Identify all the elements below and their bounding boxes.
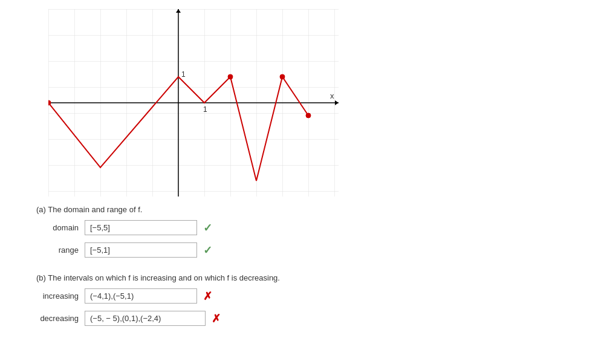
graph-svg: x 1 1 [48,9,339,197]
section-a-label: (a) The domain and range of f. [36,205,574,214]
svg-text:1: 1 [181,70,186,79]
main-container: x 1 1 (a) The domain and range of f. dom… [0,0,610,339]
decreasing-input[interactable] [85,311,206,326]
domain-row: domain ✓ [36,220,574,235]
svg-point-11 [306,113,311,118]
svg-point-8 [48,100,51,105]
domain-input[interactable] [85,220,197,235]
range-label: range [36,245,79,255]
domain-check-icon: ✓ [203,221,212,235]
svg-text:x: x [330,91,334,100]
increasing-cross-icon: ✗ [203,290,212,303]
range-row: range ✓ [36,242,574,258]
decreasing-label: decreasing [36,314,79,323]
domain-label: domain [36,223,79,232]
section-b-label: (b) The intervals on which f is increasi… [36,273,574,282]
range-check-icon: ✓ [203,244,212,257]
svg-point-9 [228,74,233,79]
svg-point-10 [280,74,285,79]
range-input[interactable] [85,242,197,258]
graph-area: x 1 1 [48,9,339,197]
increasing-label: increasing [36,291,79,301]
increasing-row: increasing ✗ [36,288,574,304]
svg-text:1: 1 [203,105,207,114]
decreasing-cross-icon: ✗ [212,312,221,325]
decreasing-row: decreasing ✗ [36,311,574,326]
increasing-input[interactable] [85,288,197,304]
